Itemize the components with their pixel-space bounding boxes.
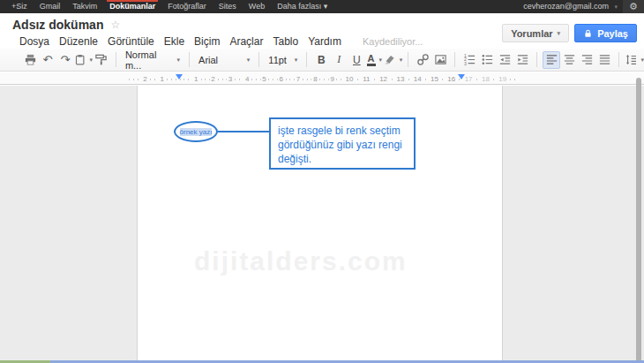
ruler-label: 14 [412, 75, 423, 83]
topbar-link-dok-manlar[interactable]: Dokümanlar [103, 0, 161, 13]
callout-text: işte rasgele bi renk seçtim gördüğünüz g… [278, 124, 407, 166]
paint-format-button[interactable] [93, 51, 110, 69]
topbar-link-foto-raflar[interactable]: Fotoğraflar [161, 0, 213, 13]
highlight-color-button[interactable]: ▾ [383, 51, 402, 69]
toolbar-separator [258, 52, 259, 67]
annotation-callout-box[interactable]: işte rasgele bi renk seçtim gördüğünüz g… [269, 117, 416, 170]
toolbar-separator [618, 52, 619, 67]
menu-ara-lar[interactable]: Araçlar [225, 35, 267, 48]
bold-button[interactable]: B [312, 51, 330, 69]
ruler-label: 12 [378, 75, 389, 83]
highlighter-icon [383, 53, 395, 66]
numbered-list-button[interactable]: 1 2 3 [461, 51, 478, 69]
share-button[interactable]: Paylaş [574, 24, 637, 42]
comments-label: Yorumlar [511, 28, 552, 39]
menu-g-r-nt-le[interactable]: Görüntüle [103, 35, 159, 48]
decrease-indent-button[interactable] [496, 51, 513, 69]
menu-bi-im[interactable]: Biçim [190, 35, 224, 48]
ruler-label: 9 [328, 75, 335, 83]
google-docs-window: +SizGmailTakvimDokümanlarFotoğraflarSite… [0, 0, 644, 363]
toolbar-separator [454, 52, 455, 67]
comments-button[interactable]: Yorumlar ▾ [502, 24, 569, 42]
web-clipboard-button[interactable]: ▾ [74, 51, 93, 69]
document-page[interactable]: dijitalders.com örnek yazı işte rasgele … [137, 86, 503, 363]
printer-icon [24, 53, 37, 66]
topbar-link-sites[interactable]: Sites [213, 0, 243, 13]
account-email: cevherozan@gmail.com [523, 2, 609, 11]
annotation-ellipse[interactable]: örnek yazı [174, 121, 218, 142]
styles-value: Normal m... [125, 49, 174, 71]
line-spacing-button[interactable]: ▾ [625, 51, 644, 69]
redo-icon: ↷ [61, 53, 71, 66]
ruler-label: 1 [158, 75, 165, 83]
ruler-label: 13 [394, 75, 406, 83]
underline-button[interactable]: U [348, 51, 365, 69]
font-value: Arial [198, 55, 218, 65]
ruler[interactable]: 2112345678910111213141516171819 [0, 72, 644, 85]
align-left-button[interactable] [543, 51, 560, 69]
indent-icon [516, 53, 529, 66]
font-size-dropdown[interactable]: 11pt ▾ [265, 51, 301, 69]
ruler-label: 8 [311, 75, 318, 83]
chevron-down-icon: ▾ [247, 57, 251, 64]
increase-indent-button[interactable] [513, 51, 531, 69]
justify-button[interactable] [595, 51, 613, 69]
document-text: örnek yazı [180, 128, 213, 136]
topbar-link-gmail[interactable]: Gmail [34, 0, 67, 13]
left-indent-marker[interactable] [176, 74, 183, 79]
text-color-button[interactable]: A ▾ [365, 51, 383, 69]
share-label: Paylaş [597, 28, 628, 39]
align-center-icon [563, 53, 576, 66]
title-row: Adsız doküman ☆ [12, 18, 120, 32]
topbar-link-daha-fazlas-[interactable]: Daha fazlası ▾ [271, 0, 333, 13]
google-topbar: +SizGmailTakvimDokümanlarFotoğraflarSite… [0, 0, 644, 13]
ruler-label: 10 [344, 75, 356, 83]
topbar-right: cevherozan@gmail.com ▾ ⚙ [518, 0, 644, 13]
document-title[interactable]: Adsız doküman [12, 18, 103, 32]
star-icon[interactable]: ☆ [110, 19, 120, 31]
font-size-value: 11pt [268, 55, 287, 65]
paint-roller-icon [94, 53, 108, 66]
topbar-link--siz[interactable]: +Siz [5, 0, 34, 13]
outdent-icon [498, 53, 512, 66]
chevron-down-icon: ▾ [379, 57, 383, 64]
right-indent-marker[interactable] [458, 74, 465, 79]
menu-dosya[interactable]: Dosya [15, 35, 54, 48]
menu-tablo[interactable]: Tablo [268, 35, 303, 48]
align-right-button[interactable] [578, 51, 595, 69]
ruler-label: 4 [243, 75, 251, 83]
topbar-link-takvim[interactable]: Takvim [66, 0, 103, 13]
vertical-scrollbar[interactable] [635, 78, 642, 363]
font-dropdown[interactable]: Arial ▾ [195, 51, 253, 69]
menu-yard-m[interactable]: Yardım [303, 35, 346, 48]
menu-ekle[interactable]: Ekle [160, 35, 189, 48]
ruler-label: 16 [446, 75, 457, 83]
bulleted-list-button[interactable] [478, 51, 496, 69]
document-canvas: dijitalders.com örnek yazı işte rasgele … [0, 86, 644, 363]
undo-button[interactable]: ↶ [39, 51, 56, 69]
topbar-link-web[interactable]: Web [243, 0, 271, 13]
ruler-label: 2 [141, 75, 148, 83]
print-button[interactable] [21, 51, 39, 69]
align-left-icon [545, 53, 558, 66]
gear-icon[interactable]: ⚙ [623, 0, 644, 13]
scrollbar-thumb[interactable] [636, 78, 641, 363]
redo-button[interactable]: ↷ [56, 51, 74, 69]
insert-link-button[interactable] [414, 51, 431, 69]
align-center-button[interactable] [560, 51, 578, 69]
menu-items: DosyaDüzenleGörüntüleEkleBiçimAraçlarTab… [15, 35, 347, 48]
account-menu[interactable]: cevherozan@gmail.com ▾ [518, 0, 623, 13]
insert-image-button[interactable] [431, 51, 449, 69]
topbar-links: +SizGmailTakvimDokümanlarFotoğraflarSite… [5, 0, 333, 13]
chevron-down-icon: ▾ [177, 57, 181, 64]
ruler-label: 18 [480, 75, 491, 83]
line-spacing-icon [625, 53, 637, 66]
svg-text:3: 3 [464, 61, 467, 66]
menu-d-zenle[interactable]: Düzenle [55, 35, 102, 48]
text-color-icon: A [367, 54, 376, 66]
clipboard-icon [74, 53, 86, 66]
ruler-label: 2 [209, 75, 216, 83]
bulleted-list-icon [481, 53, 494, 66]
styles-dropdown[interactable]: Normal m... ▾ [122, 51, 183, 69]
italic-button[interactable]: I [330, 51, 348, 69]
